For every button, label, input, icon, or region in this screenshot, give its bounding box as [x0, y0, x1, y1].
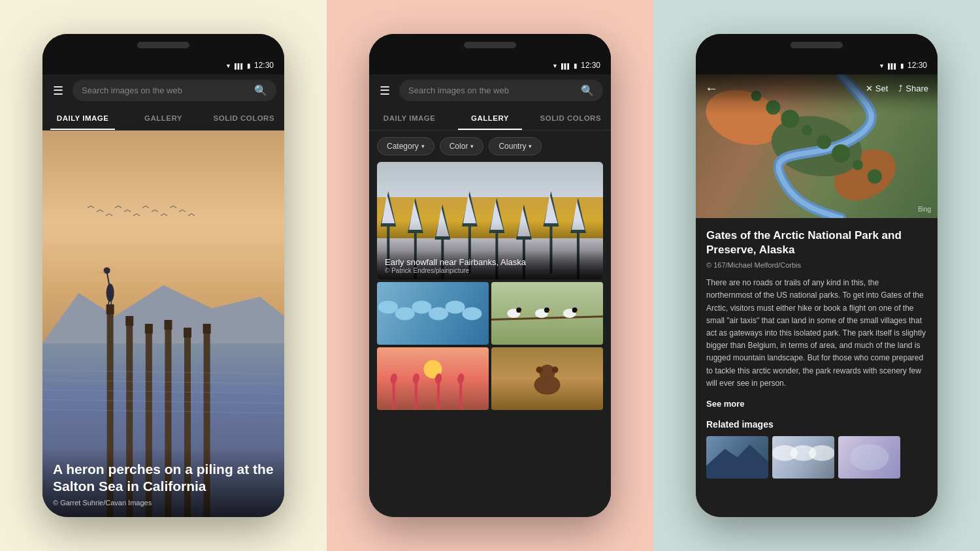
back-button[interactable]: ← [705, 81, 718, 96]
hamburger-icon-mid[interactable]: ☰ [377, 81, 393, 101]
set-button[interactable]: ✕ Set [866, 84, 889, 93]
gallery-grid-canvas-0 [377, 282, 489, 345]
tabs-mid: DAILY IMAGE GALLERY SOLID COLORS [369, 106, 611, 131]
search-placeholder-left: Search images on the web [82, 86, 182, 95]
gallery-grid-canvas-3 [491, 347, 603, 410]
status-time-right: 12:30 [907, 61, 927, 70]
daily-image-credit: © Garret Suhrie/Cavan Images [53, 499, 274, 507]
gallery-grid [369, 279, 611, 413]
signal-icon-right [888, 61, 897, 69]
related-image-canvas-2 [838, 436, 900, 479]
tab-daily-image-mid[interactable]: DAILY IMAGE [369, 106, 449, 130]
phone-right: 12:30 ← ✕ Set ⤴ Share [696, 34, 938, 517]
detail-body: Gates of the Arctic National Park and Pr… [696, 218, 938, 492]
battery-icon-right [900, 61, 904, 69]
wifi-icon-right [879, 61, 885, 69]
detail-hero-actions: ✕ Set ⤴ Share [866, 84, 928, 93]
search-icon-mid[interactable]: 🔍 [581, 84, 594, 97]
gallery-grid-canvas-1 [491, 282, 603, 345]
daily-image-screen: A heron perches on a piling at the Salto… [42, 131, 284, 517]
toolbar-left: ☰ Search images on the web 🔍 [42, 74, 284, 106]
wifi-icon-left [225, 61, 231, 69]
wifi-icon-mid [552, 61, 558, 69]
category-arrow: ▾ [421, 143, 425, 150]
tab-solid-colors-mid[interactable]: SOLID COLORS [531, 106, 611, 130]
hamburger-icon-left[interactable]: ☰ [50, 81, 66, 101]
color-label: Color [449, 142, 468, 151]
status-bar-mid: 12:30 [369, 56, 611, 74]
related-images-title: Related images [706, 419, 927, 430]
notch-mid [464, 42, 516, 48]
phone-mid: 12:30 ☰ Search images on the web 🔍 DAILY… [369, 34, 611, 517]
gallery-grid-item-3[interactable] [491, 347, 603, 410]
daily-image-title: A heron perches on a piling at the Salto… [53, 461, 274, 496]
notch-bar-left [42, 34, 284, 56]
detail-hero-bar: ← ✕ Set ⤴ Share [696, 74, 938, 102]
status-icons-right: 12:30 [879, 61, 927, 70]
status-bar-right: 12:30 [696, 56, 938, 74]
related-image-canvas-0 [706, 436, 768, 479]
related-image-0[interactable] [706, 436, 768, 481]
gallery-grid-item-2[interactable] [377, 347, 489, 410]
gallery-grid-canvas-2 [377, 347, 489, 410]
notch-left [137, 42, 189, 48]
detail-hero: ← ✕ Set ⤴ Share Bing [696, 74, 938, 218]
status-icons-left: 12:30 [225, 61, 274, 70]
tab-gallery-mid[interactable]: GALLERY [449, 106, 530, 130]
see-more-button[interactable]: See more [706, 399, 927, 409]
signal-icon-left [235, 61, 244, 69]
notch-bar-right [696, 34, 938, 56]
gallery-main-caption: Early snowfall near Fairbanks, Alaska © … [377, 251, 603, 279]
notch-right [791, 42, 843, 48]
mid-panel: 12:30 ☰ Search images on the web 🔍 DAILY… [327, 0, 653, 551]
gallery-main-credit: © Patrick Endres/plainpicture [385, 267, 595, 274]
country-label: Country [498, 142, 526, 151]
share-icon: ⤴ [898, 84, 903, 93]
search-placeholder-mid: Search images on the web [408, 86, 509, 95]
detail-description: There are no roads or trails of any kind… [706, 277, 927, 390]
gallery-grid-item-0[interactable] [377, 282, 489, 345]
toolbar-mid: ☰ Search images on the web 🔍 [369, 74, 611, 106]
search-bar-left[interactable]: Search images on the web 🔍 [73, 80, 276, 101]
battery-icon-left [247, 61, 251, 69]
color-filter[interactable]: Color ▾ [440, 137, 484, 155]
category-label: Category [387, 142, 419, 151]
category-filter[interactable]: Category ▾ [377, 137, 434, 155]
phone-left: 12:30 ☰ Search images on the web 🔍 DAILY… [42, 34, 284, 517]
status-bar-left: 12:30 [42, 56, 284, 74]
gallery-grid-item-1[interactable] [491, 282, 603, 345]
detail-screen: ← ✕ Set ⤴ Share Bing Gates of t [696, 74, 938, 517]
gallery-screen: Category ▾ Color ▾ Country ▾ Early snowf… [369, 131, 611, 517]
bing-badge: Bing [918, 206, 931, 213]
related-image-1[interactable] [772, 436, 834, 481]
gallery-main-title: Early snowfall near Fairbanks, Alaska [385, 257, 595, 267]
search-icon-left[interactable]: 🔍 [254, 84, 267, 97]
right-panel: 12:30 ← ✕ Set ⤴ Share [653, 0, 980, 551]
detail-credit: © 167/Michael Melford/Corbis [706, 261, 927, 269]
tab-gallery-left[interactable]: GALLERY [123, 106, 203, 130]
color-arrow: ▾ [470, 143, 474, 150]
notch-bar-mid [369, 34, 611, 56]
status-time-mid: 12:30 [581, 61, 600, 70]
tab-solid-colors-left[interactable]: SOLID COLORS [204, 106, 284, 130]
country-arrow: ▾ [529, 143, 532, 150]
share-label: Share [906, 84, 928, 93]
battery-icon-mid [574, 61, 578, 69]
country-filter[interactable]: Country ▾ [489, 137, 542, 155]
search-bar-mid[interactable]: Search images on the web 🔍 [399, 80, 603, 101]
filter-row: Category ▾ Color ▾ Country ▾ [369, 131, 611, 162]
detail-title: Gates of the Arctic National Park and Pr… [706, 228, 927, 257]
related-image-canvas-1 [772, 436, 834, 479]
set-icon: ✕ [866, 84, 873, 93]
share-button[interactable]: ⤴ Share [898, 84, 928, 93]
set-label: Set [875, 84, 889, 93]
left-panel: 12:30 ☰ Search images on the web 🔍 DAILY… [0, 0, 327, 551]
tab-daily-image-left[interactable]: DAILY IMAGE [42, 106, 123, 130]
related-image-2[interactable] [838, 436, 900, 481]
status-icons-mid: 12:30 [552, 61, 600, 70]
gallery-main-image[interactable]: Early snowfall near Fairbanks, Alaska © … [377, 162, 603, 279]
signal-icon-mid [561, 61, 570, 69]
daily-image-overlay: A heron perches on a piling at the Salto… [42, 448, 284, 518]
related-images-row [706, 436, 927, 481]
tabs-left: DAILY IMAGE GALLERY SOLID COLORS [42, 106, 284, 131]
